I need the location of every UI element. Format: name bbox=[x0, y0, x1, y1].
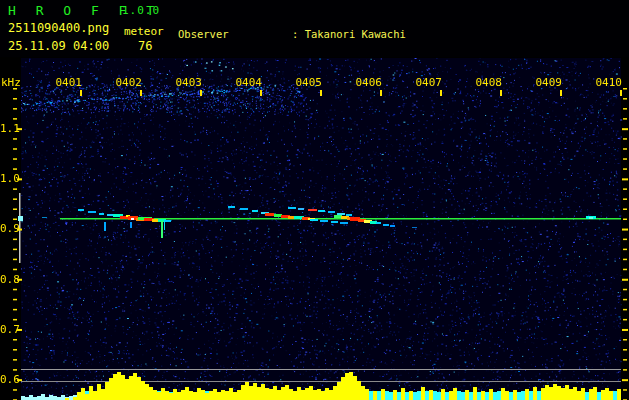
y-axis-unit-label: kHz bbox=[1, 76, 21, 89]
echo-count: 76 bbox=[138, 39, 152, 53]
y-tick-label: 1.0 bbox=[0, 173, 17, 184]
mode-label: meteor bbox=[124, 25, 164, 38]
x-tick-label: 0402 bbox=[112, 77, 142, 88]
spectrogram-canvas bbox=[0, 57, 629, 400]
x-tick-label: 0410 bbox=[592, 77, 622, 88]
info-row-observer: Observer: Takanori Kawachi bbox=[178, 28, 532, 41]
y-tick-label: 0.7 bbox=[0, 324, 17, 335]
observer-value: Takanori Kawachi bbox=[305, 28, 406, 40]
x-tick-label: 0405 bbox=[292, 77, 322, 88]
y-tick-label: 1.1 bbox=[0, 123, 17, 134]
x-tick-label: 0409 bbox=[532, 77, 562, 88]
y-tick-label: 0.9 bbox=[0, 223, 17, 234]
y-tick-label: 0.8 bbox=[0, 274, 17, 285]
separator: : bbox=[292, 28, 305, 40]
x-tick-label: 0408 bbox=[472, 77, 502, 88]
y-tick-label: 0.6 bbox=[0, 374, 17, 385]
x-tick-label: 0404 bbox=[232, 77, 262, 88]
hrofft-output-image: H R O F F T 1.0.0 2511090400.png meteor … bbox=[0, 0, 629, 400]
x-tick-label: 0401 bbox=[52, 77, 82, 88]
output-filename: 2511090400.png bbox=[8, 21, 109, 35]
app-version: 1.0.0 bbox=[122, 4, 160, 17]
x-tick-label: 0406 bbox=[352, 77, 382, 88]
x-tick-label: 0407 bbox=[412, 77, 442, 88]
header: H R O F F T 1.0.0 2511090400.png meteor … bbox=[0, 0, 629, 57]
x-tick-label: 0403 bbox=[172, 77, 202, 88]
observation-datetime: 25.11.09 04:00 bbox=[8, 39, 109, 53]
